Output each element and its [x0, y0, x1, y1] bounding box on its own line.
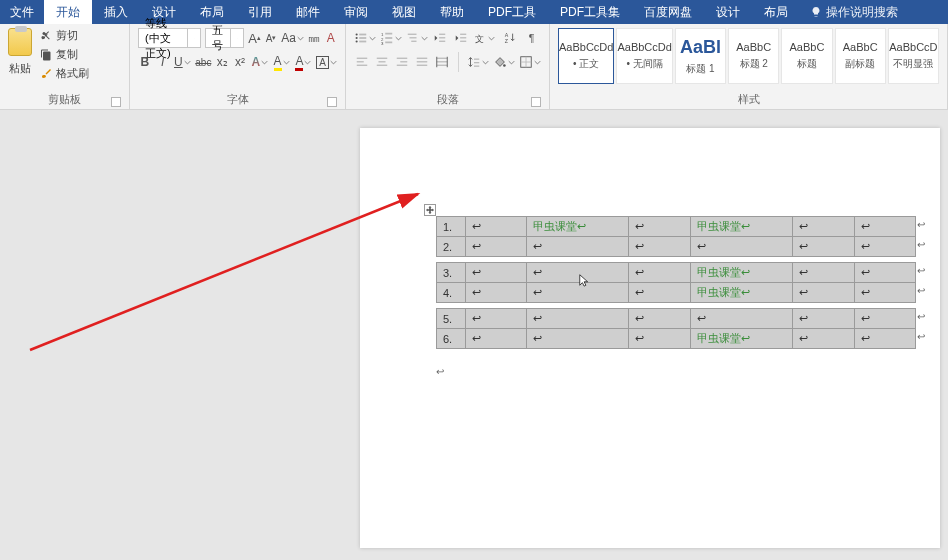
align-center-button[interactable]	[374, 52, 390, 72]
document-area[interactable]: 1.↩甲虫课堂↩↩甲虫课堂↩↩↩↩2.↩↩↩↩↩↩↩3.↩↩↩甲虫课堂↩↩↩↩4…	[0, 110, 948, 560]
bullets-button[interactable]	[354, 28, 376, 48]
style-card-5[interactable]: AaBbC副标题	[835, 28, 886, 84]
table-cell[interactable]: ↩↩	[854, 309, 915, 329]
style-card-4[interactable]: AaBbC标题	[781, 28, 832, 84]
show-marks-button[interactable]: ¶	[525, 28, 542, 48]
tab-view[interactable]: 视图	[380, 0, 428, 24]
table-cell[interactable]: ↩	[527, 237, 629, 257]
table-cell[interactable]: ↩	[527, 309, 629, 329]
table-row[interactable]: 3.↩↩↩甲虫课堂↩↩↩↩	[437, 263, 916, 283]
justify-button[interactable]	[414, 52, 430, 72]
table-cell[interactable]: 1.	[437, 217, 466, 237]
table-cell[interactable]: ↩	[793, 263, 854, 283]
tell-me-search[interactable]: 操作说明搜索	[800, 4, 908, 21]
cut-button[interactable]: 剪切	[40, 28, 89, 43]
table-move-handle[interactable]	[424, 204, 436, 216]
style-card-6[interactable]: AaBbCcD不明显强	[888, 28, 939, 84]
table-cell[interactable]: ↩	[793, 283, 854, 303]
superscript-button[interactable]: x²	[233, 52, 247, 72]
tab-insert[interactable]: 插入	[92, 0, 140, 24]
table-cell[interactable]: 4.	[437, 283, 466, 303]
table-cell[interactable]: ↩	[465, 263, 526, 283]
table-cell[interactable]: ↩	[793, 329, 854, 349]
table-cell[interactable]: 5.	[437, 309, 466, 329]
tab-file[interactable]: 文件	[0, 4, 44, 21]
table-row[interactable]: 5.↩↩↩↩↩↩↩	[437, 309, 916, 329]
table-cell[interactable]: ↩	[793, 237, 854, 257]
clear-format-button[interactable]: A	[325, 28, 337, 48]
change-case-button[interactable]: Aa	[281, 28, 304, 48]
tab-layout[interactable]: 布局	[188, 0, 236, 24]
table-cell[interactable]: ↩	[465, 283, 526, 303]
italic-button[interactable]: I	[156, 52, 170, 72]
table-cell[interactable]: 3.	[437, 263, 466, 283]
table-cell[interactable]: 2.	[437, 237, 466, 257]
borders-button[interactable]	[519, 52, 541, 72]
table-cell[interactable]: ↩	[465, 237, 526, 257]
tab-home[interactable]: 开始	[44, 0, 92, 24]
char-border-button[interactable]: A	[316, 52, 337, 72]
table-row[interactable]: 1.↩甲虫课堂↩↩甲虫课堂↩↩↩↩	[437, 217, 916, 237]
shading-button[interactable]	[493, 52, 515, 72]
multilevel-button[interactable]	[406, 28, 428, 48]
shrink-font-button[interactable]: A▾	[265, 28, 277, 48]
font-launcher[interactable]	[327, 97, 337, 107]
tab-review[interactable]: 审阅	[332, 0, 380, 24]
style-card-0[interactable]: AaBbCcDd• 正文	[558, 28, 614, 84]
table-cell[interactable]: 6.	[437, 329, 466, 349]
table-cell[interactable]: ↩	[629, 283, 690, 303]
table-cell[interactable]: ↩	[629, 309, 690, 329]
table-cell[interactable]: ↩	[465, 329, 526, 349]
highlight-button[interactable]: A	[273, 52, 291, 72]
align-left-button[interactable]	[354, 52, 370, 72]
paragraph-launcher[interactable]	[531, 97, 541, 107]
phonetic-guide-button[interactable]: ㎜	[308, 28, 320, 48]
table-cell[interactable]: 甲虫课堂↩	[690, 329, 792, 349]
table-cell[interactable]: ↩↩	[854, 329, 915, 349]
font-color-button[interactable]: A	[294, 52, 312, 72]
format-painter-button[interactable]: 格式刷	[40, 66, 89, 81]
table-cell[interactable]: ↩↩	[854, 263, 915, 283]
bold-button[interactable]: B	[138, 52, 152, 72]
table-cell[interactable]: ↩	[629, 329, 690, 349]
asian-layout-button[interactable]: 文	[473, 28, 495, 48]
style-card-3[interactable]: AaBbC标题 2	[728, 28, 779, 84]
copy-button[interactable]: 复制	[40, 47, 89, 62]
underline-button[interactable]: U	[173, 52, 191, 72]
increase-indent-button[interactable]	[453, 28, 470, 48]
tab-mailings[interactable]: 邮件	[284, 0, 332, 24]
tab-baidu[interactable]: 百度网盘	[632, 0, 704, 24]
table-cell[interactable]: ↩↩	[854, 283, 915, 303]
table-cell[interactable]: 甲虫课堂↩	[690, 283, 792, 303]
table-row[interactable]: 6.↩↩↩甲虫课堂↩↩↩↩	[437, 329, 916, 349]
subscript-button[interactable]: x₂	[215, 52, 229, 72]
style-card-1[interactable]: AaBbCcDd• 无间隔	[616, 28, 672, 84]
table-row[interactable]: 2.↩↩↩↩↩↩↩	[437, 237, 916, 257]
font-size-combo[interactable]: 五号	[205, 28, 244, 48]
table-cell[interactable]: 甲虫课堂↩	[690, 217, 792, 237]
table-cell[interactable]: ↩	[629, 237, 690, 257]
table-cell[interactable]: 甲虫课堂↩	[690, 263, 792, 283]
table-row[interactable]: 4.↩↩↩甲虫课堂↩↩↩↩	[437, 283, 916, 303]
table-cell[interactable]: ↩	[793, 309, 854, 329]
text-effects-button[interactable]: A	[251, 52, 269, 72]
word-table[interactable]: 1.↩甲虫课堂↩↩甲虫课堂↩↩↩↩2.↩↩↩↩↩↩↩3.↩↩↩甲虫课堂↩↩↩↩4…	[436, 216, 916, 349]
tab-design-context[interactable]: 设计	[704, 0, 752, 24]
decrease-indent-button[interactable]	[432, 28, 449, 48]
table-cell[interactable]: ↩↩	[854, 217, 915, 237]
distribute-button[interactable]	[434, 52, 450, 72]
sort-button[interactable]: AZ	[499, 28, 520, 48]
strike-button[interactable]: abc	[195, 52, 211, 72]
table-cell[interactable]: ↩	[629, 263, 690, 283]
table-cell[interactable]: 甲虫课堂↩	[527, 217, 629, 237]
tab-pdf-toolset[interactable]: PDF工具集	[548, 0, 632, 24]
table-cell[interactable]: ↩	[793, 217, 854, 237]
line-spacing-button[interactable]	[467, 52, 489, 72]
table-cell[interactable]: ↩	[465, 217, 526, 237]
font-name-combo[interactable]: 等线 (中文正文)	[138, 28, 201, 48]
tab-layout-context[interactable]: 布局	[752, 0, 800, 24]
table-cell[interactable]: ↩	[465, 309, 526, 329]
page[interactable]: 1.↩甲虫课堂↩↩甲虫课堂↩↩↩↩2.↩↩↩↩↩↩↩3.↩↩↩甲虫课堂↩↩↩↩4…	[360, 128, 940, 548]
numbering-button[interactable]: 123	[380, 28, 402, 48]
grow-font-button[interactable]: A▴	[248, 28, 261, 48]
